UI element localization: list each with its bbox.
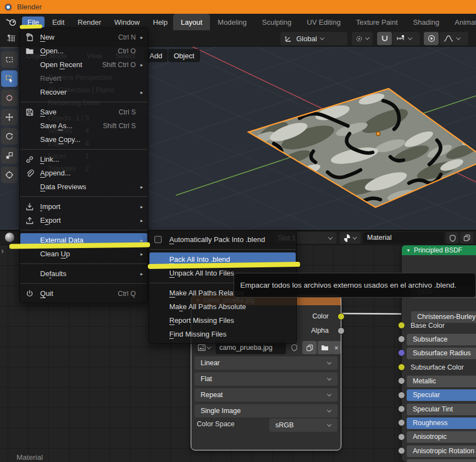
falloff-dropdown[interactable]: [440, 32, 468, 45]
snap-target-dropdown[interactable]: [392, 32, 420, 45]
editor-type-3d-icon[interactable]: [5, 33, 16, 44]
file-menu-item-quit[interactable]: QuitCtrl Q: [20, 287, 147, 300]
menu-item-label: Import: [40, 202, 60, 211]
subsurface-color-input-socket[interactable]: [398, 364, 405, 371]
blender-logo-icon[interactable]: [5, 17, 18, 27]
color-space-dropdown[interactable]: sRGB: [269, 419, 337, 432]
blender-window: Blender FileEditRenderWindowHelp LayoutM…: [0, 0, 476, 462]
collapse-triangle-icon[interactable]: ▼: [406, 248, 411, 253]
rotate-tool-button[interactable]: [1, 128, 18, 145]
file-menu-item-save-copy[interactable]: Save Copy...: [20, 133, 147, 146]
select-box-tool-button[interactable]: [1, 51, 18, 68]
specular-slider[interactable]: Specular: [407, 389, 476, 401]
specular-input-socket[interactable]: [398, 392, 405, 399]
image-node-dropdown-repeat[interactable]: Repeat: [195, 388, 337, 402]
transform-orientation-dropdown[interactable]: Global: [280, 32, 347, 45]
menubar-item-window[interactable]: Window: [109, 16, 145, 28]
specular-tint-slider[interactable]: Specular Tint: [407, 404, 476, 415]
alpha-output-socket[interactable]: [337, 327, 345, 334]
pivot-point-icon: [356, 35, 363, 43]
window-titlebar[interactable]: Blender: [0, 0, 476, 14]
proportional-editing-toggle[interactable]: [424, 32, 439, 45]
orientation-value: Global: [296, 35, 317, 43]
file-menu-item-link[interactable]: Link...: [20, 152, 147, 166]
file-menu-item-recover[interactable]: Recover▸: [20, 85, 147, 99]
external-data-item-report-missing-files[interactable]: Report Missing Files: [150, 314, 296, 327]
menu-item-label: Link...: [40, 155, 59, 163]
move-tool-button[interactable]: [1, 109, 18, 125]
anisotropic-rotation-input-socket[interactable]: [398, 447, 405, 454]
workspace-tab-animation[interactable]: Animation: [447, 14, 476, 30]
scale-tool-icon: [5, 151, 14, 160]
external-data-item-make-all-paths-absolute[interactable]: Make All Paths Absolute: [150, 300, 296, 314]
material-name-field[interactable]: Material: [363, 232, 444, 244]
sidebar-expand-arrow[interactable]: ›: [1, 246, 4, 255]
file-menu-item-export[interactable]: Export▸: [20, 213, 147, 227]
anisotropic-input-socket[interactable]: [398, 433, 405, 441]
workspace-tab-sculpting[interactable]: Sculpting: [254, 14, 299, 30]
menu-shortcut: Ctrl O: [118, 47, 136, 55]
roughness-slider[interactable]: Roughness: [407, 417, 476, 429]
subsurface-input-socket[interactable]: [398, 336, 405, 343]
tweak-tool-button[interactable]: [1, 47, 18, 48]
fake-user-shield-icon: [291, 344, 298, 351]
subsurface-slider[interactable]: Subsurface: [407, 334, 476, 345]
menubar-item-help[interactable]: Help: [147, 16, 173, 28]
file-menu-item-revert[interactable]: Revert: [20, 72, 147, 85]
roughness-input-socket[interactable]: [398, 419, 405, 426]
pivot-point-dropdown[interactable]: [352, 32, 373, 45]
anisotropic-rotation-slider[interactable]: Anisotropic Rotation: [407, 446, 476, 457]
scale-tool-button[interactable]: [1, 147, 18, 164]
base-color-input-socket[interactable]: [398, 322, 405, 329]
menu-item-label: Make All Paths Absolute: [169, 302, 246, 311]
transform-tool-button[interactable]: [1, 167, 18, 183]
file-menu-item-open[interactable]: Open...Ctrl O: [20, 44, 147, 58]
cursor-tool-button[interactable]: [1, 90, 18, 106]
metallic-slider[interactable]: Metallic: [407, 376, 476, 387]
image-node-dropdown-flat[interactable]: Flat: [195, 372, 337, 386]
workspace-tab-layout[interactable]: Layout: [173, 14, 210, 30]
image-new-copy-button[interactable]: [302, 341, 317, 354]
external-data-item-automatically-pack-into-blend[interactable]: Automatically Pack Into .blend: [150, 233, 296, 246]
viewport-object-menu[interactable]: Object: [168, 49, 200, 62]
snap-toggle-button[interactable]: [377, 32, 392, 45]
menubar-item-edit[interactable]: Edit: [47, 16, 70, 28]
image-node-dropdown-linear[interactable]: Linear: [195, 356, 337, 370]
file-menu-item-defaults[interactable]: Defaults▸: [20, 267, 147, 280]
file-menu-item-save[interactable]: SaveCtrl S: [20, 105, 147, 119]
image-open-button[interactable]: [318, 341, 332, 354]
image-unlink-button[interactable]: ×: [332, 341, 341, 354]
bsdf-row-anisotropic: Anisotropic: [402, 430, 476, 444]
workspace-tab-texture-paint[interactable]: Texture Paint: [348, 14, 406, 30]
camo-plane-object[interactable]: [248, 89, 476, 207]
menu-separator: [20, 102, 147, 102]
material-browse-dropdown[interactable]: [340, 232, 361, 244]
checkbox-unchecked-icon[interactable]: [154, 236, 162, 243]
subsurface-radius-input-socket[interactable]: [398, 349, 405, 356]
file-menu-item-data-previews[interactable]: Data Previews▸: [20, 180, 147, 194]
workspace-tab-modeling[interactable]: Modeling: [210, 14, 254, 30]
color-output-socket[interactable]: [337, 313, 345, 320]
file-menu-item-append[interactable]: Append...: [20, 166, 147, 180]
external-data-item-find-missing-files[interactable]: Find Missing Files: [150, 327, 296, 341]
menubar-item-render[interactable]: Render: [72, 16, 107, 28]
rotate-tool-icon: [5, 132, 14, 141]
bsdf-node-header[interactable]: ▼ Principled BSDF: [402, 245, 476, 255]
fake-user-toggle[interactable]: [446, 232, 458, 244]
file-menu-item-clean-up[interactable]: Clean Up▸: [20, 247, 147, 261]
workspace-tab-shading[interactable]: Shading: [406, 14, 447, 30]
file-menu-item-new[interactable]: NewCtrl N▸: [20, 30, 147, 44]
select-box-active-tool-button[interactable]: [1, 70, 18, 87]
workspace-tab-uv-editing[interactable]: UV Editing: [299, 14, 348, 30]
file-menu-item-open-recent[interactable]: Open RecentShift Ctrl O▸: [20, 58, 147, 72]
sheen-slider[interactable]: Sheen: [407, 459, 476, 462]
anisotropic-slider[interactable]: Anisotropic: [407, 431, 476, 443]
specular-tint-input-socket[interactable]: [398, 405, 405, 413]
shader-ball-icon[interactable]: [5, 233, 14, 242]
new-material-button[interactable]: [460, 232, 473, 244]
subsurface-radius-slider[interactable]: Subsurface Radius: [407, 348, 476, 359]
file-menu-item-import[interactable]: Import▸: [20, 200, 147, 213]
file-menu-item-save-as[interactable]: Save As...Shift Ctrl S: [20, 119, 147, 133]
metallic-input-socket[interactable]: [398, 377, 405, 384]
image-node-dropdown-single-image[interactable]: Single Image: [195, 404, 337, 417]
